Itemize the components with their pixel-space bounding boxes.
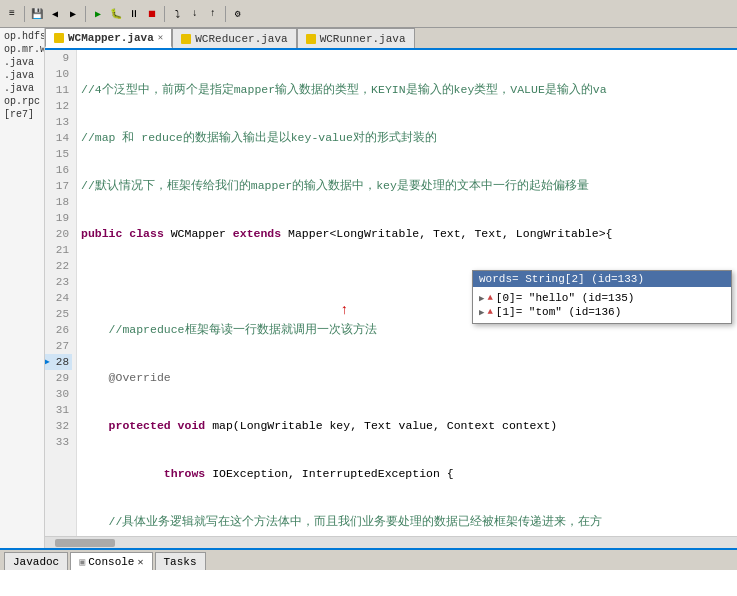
code-line-17: throws IOException, InterruptedException… xyxy=(81,466,737,482)
tab-javadoc[interactable]: Javadoc xyxy=(4,552,68,570)
line-num-31: 31 xyxy=(45,402,72,418)
sidebar-item-java3[interactable]: .java xyxy=(2,82,42,95)
debug-item-1[interactable]: ▶ ▲ [1]= "tom" (id=136) xyxy=(477,305,727,319)
sidebar-item-hdfs[interactable]: op.hdfs xyxy=(2,30,42,43)
debug-expand-icon-0: ▶ xyxy=(479,293,484,304)
toolbar-pause[interactable]: ⏸ xyxy=(126,6,142,22)
toolbar-forward[interactable]: ▶ xyxy=(65,6,81,22)
code-line-10: //map 和 reduce的数据输入输出是以key-value对的形式封装的 xyxy=(81,130,737,146)
toolbar-debug[interactable]: 🐛 xyxy=(108,6,124,22)
code-line-12: public class WCMapper extends Mapper<Lon… xyxy=(81,226,737,242)
tab-console-label: Console xyxy=(88,556,134,568)
code-line-9: //4个泛型中，前两个是指定mapper输入数据的类型，KEYIN是输入的key… xyxy=(81,82,737,98)
debug-popup-content: ▶ ▲ [0]= "hello" (id=135) ▶ ▲ [1]= "tom"… xyxy=(473,287,731,323)
toolbar-separator-3 xyxy=(164,6,165,22)
line-num-14: 14 xyxy=(45,130,72,146)
line-num-20: 20 xyxy=(45,226,72,242)
tab-console-close[interactable]: ✕ xyxy=(137,556,143,568)
tab-bar: WCMapper.java ✕ WCReducer.java WCRunner.… xyxy=(45,28,737,50)
line-num-21: 21 xyxy=(45,242,72,258)
line-num-24: 24 xyxy=(45,290,72,306)
line-num-19: 19 xyxy=(45,210,72,226)
tab-icon-wcmapper xyxy=(54,33,64,43)
console-output-area: [hello, tom] xyxy=(0,570,737,596)
toolbar-separator-2 xyxy=(85,6,86,22)
debug-expand-icon-1: ▶ xyxy=(479,307,484,318)
debug-item-label-1: [1]= "tom" (id=136) xyxy=(496,306,621,318)
line-num-25: 25 xyxy=(45,306,72,322)
line-num-33: 33 xyxy=(45,434,72,450)
sidebar-item-mr[interactable]: op.mr.w xyxy=(2,43,42,56)
toolbar-run[interactable]: ▶ xyxy=(90,6,106,22)
debug-popup-header: words= String[2] (id=133) xyxy=(473,271,731,287)
sidebar-item-java2[interactable]: .java xyxy=(2,69,42,82)
tab-label-wcreducer: WCReducer.java xyxy=(195,33,287,45)
tab-wcreducer[interactable]: WCReducer.java xyxy=(172,28,296,48)
code-line-16: protected void map(LongWritable key, Tex… xyxy=(81,418,737,434)
line-num-17: 17 xyxy=(45,178,72,194)
line-num-26: 26 xyxy=(45,322,72,338)
debug-triangle-0: ▲ xyxy=(487,293,492,303)
code-editor[interactable]: 9 10 11 12 13 14 15 16 17 18 19 20 21 22… xyxy=(45,50,737,536)
debug-arrow-pointer: ↑ xyxy=(340,302,469,318)
debug-header-text: words= String[2] (id=133) xyxy=(479,273,644,285)
code-line-15: @Override xyxy=(81,370,737,386)
tab-javadoc-label: Javadoc xyxy=(13,556,59,568)
line-num-28: 28 xyxy=(45,354,72,370)
sidebar-item-re7[interactable]: [re7] xyxy=(2,108,42,121)
line-num-10: 10 xyxy=(45,66,72,82)
sidebar-item-rpc[interactable]: op.rpc xyxy=(2,95,42,108)
toolbar-step-return[interactable]: ↑ xyxy=(205,6,221,22)
line-num-23: 23 xyxy=(45,274,72,290)
line-num-13: 13 xyxy=(45,114,72,130)
debug-item-label-0: [0]= "hello" (id=135) xyxy=(496,292,635,304)
sidebar: op.hdfs op.mr.w .java .java .java op.rpc… xyxy=(0,28,45,548)
horizontal-scrollbar[interactable] xyxy=(45,536,737,548)
line-num-9: 9 xyxy=(45,50,72,66)
tab-icon-wcreducer xyxy=(181,34,191,44)
toolbar-save[interactable]: 💾 xyxy=(29,6,45,22)
line-numbers: 9 10 11 12 13 14 15 16 17 18 19 20 21 22… xyxy=(45,50,77,536)
line-num-30: 30 xyxy=(45,386,72,402)
tab-label-wcmapper: WCMapper.java xyxy=(68,32,154,44)
toolbar-stop[interactable]: ⏹ xyxy=(144,6,160,22)
bottom-tab-bar: Javadoc ▣ Console ✕ Tasks xyxy=(0,550,737,570)
debug-triangle-1: ▲ xyxy=(487,307,492,317)
debug-popup[interactable]: words= String[2] (id=133) ▶ ▲ [0]= "hell… xyxy=(472,270,732,324)
toolbar-separator-1 xyxy=(24,6,25,22)
line-num-16: 16 xyxy=(45,162,72,178)
line-num-12: 12 xyxy=(45,98,72,114)
console-icon: ▣ xyxy=(79,556,85,568)
tab-tasks[interactable]: Tasks xyxy=(155,552,206,570)
editor-container: WCMapper.java ✕ WCReducer.java WCRunner.… xyxy=(45,28,737,548)
tab-wcmapper[interactable]: WCMapper.java ✕ xyxy=(45,28,172,48)
tab-icon-wcrunner xyxy=(306,34,316,44)
tab-wcrunner[interactable]: WCRunner.java xyxy=(297,28,415,48)
line-num-22: 22 xyxy=(45,258,72,274)
bottom-panel: Javadoc ▣ Console ✕ Tasks [hello, tom] xyxy=(0,548,737,596)
scrollbar-thumb-h[interactable] xyxy=(55,539,115,547)
tab-close-wcmapper[interactable]: ✕ xyxy=(158,32,163,43)
line-num-11: 11 xyxy=(45,82,72,98)
toolbar-icon-1[interactable]: ≡ xyxy=(4,6,20,22)
toolbar-step-into[interactable]: ↓ xyxy=(187,6,203,22)
tab-console[interactable]: ▣ Console ✕ xyxy=(70,552,152,570)
line-num-32: 32 xyxy=(45,418,72,434)
tab-tasks-label: Tasks xyxy=(164,556,197,568)
main-area: op.hdfs op.mr.w .java .java .java op.rpc… xyxy=(0,28,737,548)
toolbar-step-over[interactable]: ⤵ xyxy=(169,6,185,22)
toolbar: ≡ 💾 ◀ ▶ ▶ 🐛 ⏸ ⏹ ⤵ ↓ ↑ ⚙ xyxy=(0,0,737,28)
line-num-18: 18 xyxy=(45,194,72,210)
sidebar-item-java1[interactable]: .java xyxy=(2,56,42,69)
line-num-29: 29 xyxy=(45,370,72,386)
code-line-18: //具体业务逻辑就写在这个方法体中，而且我们业务要处理的数据已经被框架传递进来，… xyxy=(81,514,737,530)
line-num-27: 27 xyxy=(45,338,72,354)
code-line-14: //mapreduce框架每读一行数据就调用一次该方法 xyxy=(81,322,737,338)
debug-item-0[interactable]: ▶ ▲ [0]= "hello" (id=135) xyxy=(477,291,727,305)
toolbar-back[interactable]: ◀ xyxy=(47,6,63,22)
tab-label-wcrunner: WCRunner.java xyxy=(320,33,406,45)
toolbar-separator-4 xyxy=(225,6,226,22)
toolbar-settings[interactable]: ⚙ xyxy=(230,6,246,22)
line-num-15: 15 xyxy=(45,146,72,162)
code-line-11: //默认情况下，框架传给我们的mapper的输入数据中，key是要处理的文本中一… xyxy=(81,178,737,194)
